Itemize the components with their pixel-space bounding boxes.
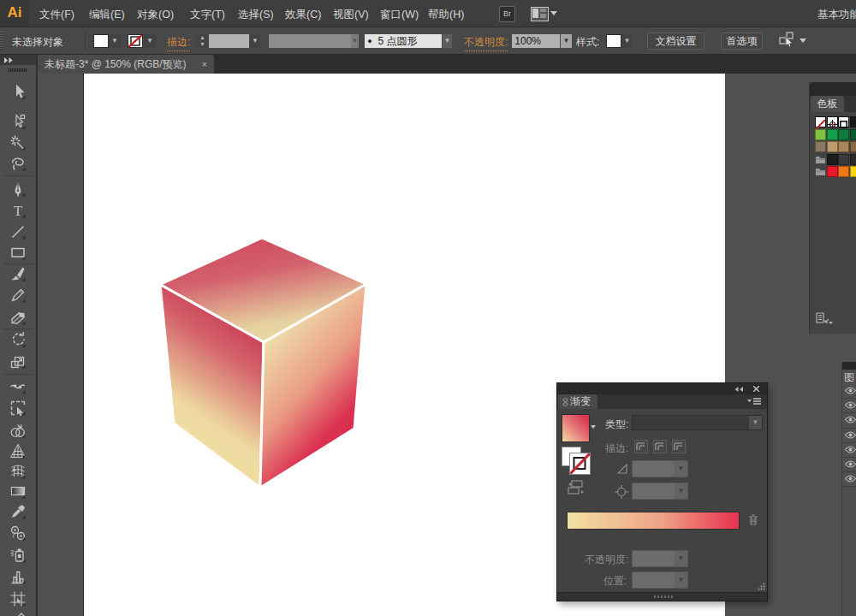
svg-text:T: T — [14, 203, 23, 218]
